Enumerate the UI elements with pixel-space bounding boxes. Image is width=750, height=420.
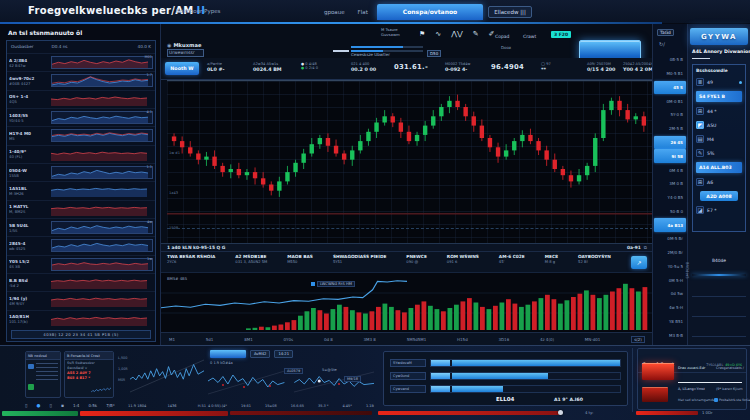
- watchlist-row[interactable]: 1A0/81H101.17(b): [7, 310, 155, 328]
- watchlist-col-symbol[interactable]: Ousbasber: [11, 44, 34, 52]
- watchlist-col-change[interactable]: D0.4 ns: [52, 44, 68, 52]
- ladder-price-row[interactable]: 4a B13: [654, 218, 686, 232]
- mini2-chip-2[interactable]: 14:21: [274, 350, 293, 358]
- flag-icon[interactable]: ⚑: [419, 30, 425, 38]
- watchlist-row[interactable]: 1-40/9*40 (FL): [7, 145, 155, 163]
- ladder-price-row[interactable]: 45 S: [654, 81, 686, 95]
- depth-chip[interactable]: D50: [427, 50, 441, 57]
- candlestick-chart[interactable]: 1w d11a43150B: [167, 80, 653, 243]
- stats-cell: MEC8M-8 g: [545, 254, 558, 264]
- teal-badge[interactable]: 3 F20: [551, 31, 571, 38]
- menu-item[interactable]: ⊞44 *: [696, 104, 742, 118]
- strip-knob[interactable]: [558, 410, 563, 415]
- watchlist-row[interactable]: 1403/55Y0/44-54.1: [7, 108, 155, 126]
- watchlist-row[interactable]: 4wv9-70c2#04B 44271.7: [7, 71, 155, 89]
- menu-action-button[interactable]: A2D A008: [700, 191, 738, 201]
- watchlist-row[interactable]: 2845-4wb 4525: [7, 236, 155, 254]
- axis-settings-chip[interactable]: s(2): [631, 336, 645, 343]
- menu-item[interactable]: ◩A5U: [696, 118, 742, 132]
- sell-card[interactable]: [642, 363, 674, 380]
- progress-track[interactable]: [430, 385, 621, 393]
- forecast-card[interactable]: B-Forsacle.Id Crost Ss/5 Ssdtwsxbsr 4wvs…: [64, 351, 114, 398]
- menu-item[interactable]: ✎5%: [696, 146, 742, 160]
- ladder-price-row[interactable]: Y0-5u 5: [654, 259, 686, 273]
- ladder-price-row[interactable]: Y4-0 B5: [654, 191, 686, 205]
- ladder-price-row[interactable]: 3M 0 B: [654, 177, 686, 191]
- ladder-price-row[interactable]: Y8 B51: [654, 315, 686, 329]
- ladder-price-row[interactable]: 2M-5 B: [654, 122, 686, 136]
- tab-3[interactable]: Conspa/ovtanoo: [377, 4, 483, 20]
- stats-cell: AM-6 C02E45': [499, 254, 525, 264]
- watchlist-row[interactable]: Y05 L5/24S 3B1w: [7, 255, 155, 273]
- watchlist-row[interactable]: 1 HATYLM, BM2S: [7, 200, 155, 218]
- tab-2[interactable]: Flat: [354, 6, 372, 18]
- stats-expand-button[interactable]: ↗: [631, 256, 647, 269]
- ladder-price-row[interactable]: 0M 5-H: [654, 273, 686, 287]
- menu-item[interactable]: ▤M4: [696, 132, 742, 146]
- draw-icon[interactable]: ✎: [473, 30, 479, 38]
- volume-indicator-chip[interactable]: LWCWNG RtS HM: [311, 281, 355, 287]
- crawt-button[interactable]: Crawt: [523, 34, 536, 39]
- menu-item[interactable]: ◪E7 *: [696, 203, 742, 217]
- ladder-price-row[interactable]: 5Y-0 B: [654, 108, 686, 122]
- stats-cell: SHWAGODIASS PIEIDE5Y51: [333, 254, 387, 264]
- news-card[interactable]: NB nxdvsd: [25, 351, 61, 398]
- instrument-name[interactable]: ◉Mkuxmae: [167, 42, 204, 48]
- ladder-price-row[interactable]: 4w 5-H: [654, 301, 686, 315]
- chart-area: M TsaureGuvsawm ⚑∿⋀⋁✎✐ Copad Crawt 3 F20…: [160, 24, 652, 345]
- wave-icon[interactable]: ∿: [435, 30, 441, 38]
- mini2-chip-1[interactable]: AvM42: [250, 350, 270, 358]
- ladder-price-row[interactable]: 26 4S: [654, 136, 686, 150]
- progress-track[interactable]: [430, 359, 621, 367]
- watchlist-row[interactable]: 5B 5U4L1/5S4w: [7, 218, 155, 236]
- watchlist-row[interactable]: B.B BSd-5d 2: [7, 273, 155, 291]
- pen-icon[interactable]: ✐: [489, 30, 495, 38]
- ladder-price-row[interactable]: 0M 4 B: [654, 163, 686, 177]
- watchlist-col-volume[interactable]: 40.0 K: [138, 44, 151, 52]
- menu-item[interactable]: ≣49: [696, 75, 742, 89]
- menu-item-selected[interactable]: A14 ALL.B03: [696, 162, 742, 173]
- copad-button[interactable]: Copad: [495, 34, 509, 39]
- mini2-x-axis: 4 0:55).(4*19.6115=0816.6.6535.3 *4.45*1…: [208, 404, 374, 408]
- mini-chart-2[interactable]: AvM42 14:21 0 1.9 kO#4a AL0579 5=@5te M9…: [208, 348, 374, 408]
- key-icon[interactable]: ▪: [61, 403, 64, 408]
- order-link[interactable]: Posbalstrk.ste fonia: [714, 398, 750, 402]
- timeframe-button[interactable]: Nooth W: [165, 62, 199, 75]
- ladder-price-row[interactable]: 0d 5w: [654, 287, 686, 301]
- dot-icon[interactable]: ●: [36, 403, 40, 408]
- zigzag-icon[interactable]: ⋀⋁: [451, 30, 462, 38]
- refresh-icon[interactable]: ↻/: [659, 41, 665, 47]
- ladder-price-row[interactable]: M0-5 B1: [654, 67, 686, 81]
- watchlist-row[interactable]: H1Y-4 M0M5: [7, 126, 155, 144]
- ladder-price-row[interactable]: 9I 5B: [654, 149, 686, 163]
- ladder-price-row[interactable]: M3 B-B: [654, 328, 686, 342]
- ladder-price-row[interactable]: 0M-5 Br: [654, 232, 686, 246]
- watchlist-row[interactable]: OS+ 1-44Q5: [7, 90, 155, 108]
- pane-divider-bar: 1 a40 kLN k0-95-15 Q G 0a-91⧉: [161, 243, 653, 252]
- mini-chart-1[interactable]: 11.9 18041436H.51 L,5001,005M05: [118, 352, 206, 408]
- instrument-subname[interactable]: Urwewmssr: [167, 49, 204, 57]
- ladder-price-row[interactable]: 0M-0 B1: [654, 94, 686, 108]
- ladder-price-row[interactable]: 2M/0 Br: [654, 246, 686, 260]
- watchlist-row[interactable]: A 2/3B442 B47wM01: [7, 53, 155, 71]
- stats-cell: OAYBOOYSYN52 B!: [578, 254, 611, 264]
- volume-panel[interactable]: BM5# 4B5 LWCWNG RtS HM: [161, 272, 653, 332]
- tab-1[interactable]: gpoaue: [320, 6, 349, 18]
- watchlist-row[interactable]: 1/94 (y)4M 9/4Y: [7, 291, 155, 309]
- mini2-primary-button[interactable]: [210, 350, 246, 358]
- expand-icon[interactable]: ⧉: [644, 245, 647, 250]
- clip-icon[interactable]: ▯: [25, 403, 27, 408]
- menu-item-selected[interactable]: S4 FYE1 B: [696, 91, 742, 102]
- sell-card-2[interactable]: [642, 387, 668, 402]
- copy-icon[interactable]: ▯: [49, 403, 51, 408]
- sparkline-svg: [52, 75, 148, 87]
- progress-track[interactable]: [430, 372, 621, 380]
- watchlist-row[interactable]: 1A51BLM-3H26: [7, 181, 155, 199]
- watchlist-row[interactable]: 0504-W155B1.1: [7, 163, 155, 181]
- mini2-x-label: 1.1B: [366, 404, 374, 408]
- menu-item[interactable]: ⊞A6: [696, 175, 742, 189]
- tab-4[interactable]: Ellacedw |||: [488, 6, 532, 18]
- ladder-chip[interactable]: TaGd: [657, 29, 674, 36]
- ladder-price-row[interactable]: 0B-5 B: [654, 53, 686, 67]
- ladder-price-row[interactable]: 50-B 0: [654, 204, 686, 218]
